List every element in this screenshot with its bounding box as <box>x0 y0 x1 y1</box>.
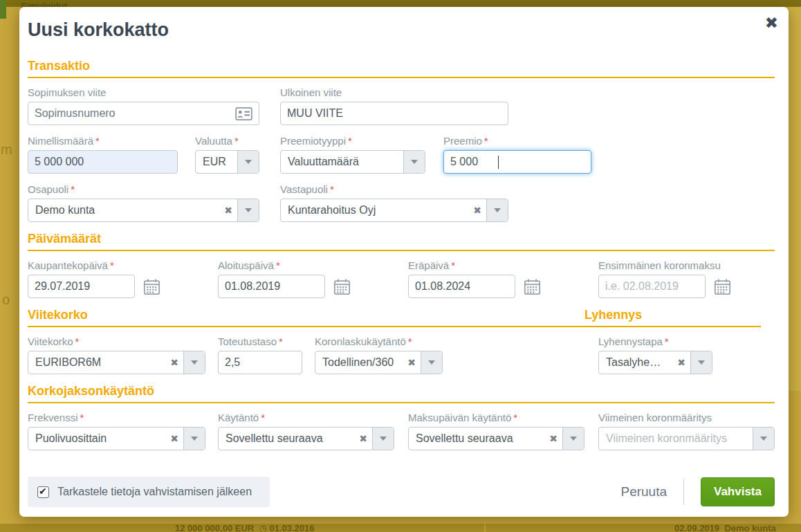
required-marker: * <box>484 135 488 147</box>
required-marker: * <box>75 336 80 347</box>
dropdown-button[interactable] <box>237 151 259 173</box>
field-label: Käytäntö <box>218 412 259 423</box>
dialog-footer: ✔ Tarkastele tietoja vahvistamisen jälke… <box>28 477 775 507</box>
background-column-divider <box>484 524 486 532</box>
osapuoli-select[interactable]: Demo kunta ✖ <box>28 199 259 222</box>
calendar-icon[interactable] <box>523 277 542 296</box>
ulkoinen-viite-input[interactable] <box>280 102 508 125</box>
clear-icon[interactable]: ✖ <box>165 351 183 374</box>
field-label: Preemio <box>443 135 482 147</box>
field-lyhennystapa: Lyhennystapa* Tasalyhe… ✖ <box>598 336 712 374</box>
field-viimeinen-koronmaaritys: Viimeinen koronmääritys Viimeinen koronm… <box>598 412 775 450</box>
maksupaivan-kaytanto-select[interactable]: Sovellettu seuraava ✖ <box>408 427 584 450</box>
preemiotyyppi-select[interactable]: Valuuttamäärä <box>280 150 425 174</box>
dropdown-button[interactable] <box>753 428 774 450</box>
checkmark-icon: ✔ <box>39 486 47 497</box>
vastapuoli-select[interactable]: Kuntarahoitus Oyj ✖ <box>280 199 508 222</box>
field-nimellismaara: Nimellismäärä* <box>28 135 178 174</box>
clear-icon[interactable]: ✖ <box>544 428 562 450</box>
koronlaskukaytanto-select[interactable]: Todellinen/360 ✖ <box>315 351 443 374</box>
dropdown-button[interactable] <box>403 151 425 173</box>
clear-icon[interactable]: ✖ <box>219 199 237 221</box>
background-text-fragment: m <box>1 142 12 158</box>
required-marker: * <box>513 412 517 423</box>
sopimuksen-viite-input[interactable] <box>28 102 259 125</box>
background-right-name: Demo kunta <box>724 523 775 532</box>
preemio-input[interactable] <box>443 150 591 174</box>
dropdown-button[interactable] <box>372 428 394 450</box>
lyhennystapa-select[interactable]: Tasalyhe… ✖ <box>598 351 712 374</box>
screen: Simuloidut m o 12 000 000,00 EUR ◷ 01.03… <box>0 0 801 532</box>
footer-divider <box>683 479 684 505</box>
field-koronlaskukaytanto: Koronlaskukäytäntö* Todellinen/360 ✖ <box>315 336 443 374</box>
field-label: Koronlaskukäytäntö <box>315 336 406 347</box>
selected-value: Sovellettu seuraava <box>219 428 354 450</box>
required-marker: * <box>451 259 455 271</box>
field-toteutustaso: Toteutustaso* <box>218 336 302 374</box>
dropdown-button[interactable] <box>421 351 442 374</box>
toteutustaso-input[interactable] <box>218 351 302 374</box>
viimeinen-koronmaaritys-select[interactable]: Viimeinen koronmääritys <box>598 427 775 450</box>
dropdown-button[interactable] <box>183 351 205 374</box>
field-aloituspaiva: Aloituspäivä* <box>218 259 408 298</box>
dropdown-button[interactable] <box>690 351 712 374</box>
kaytanto-select[interactable]: Sovellettu seuraava ✖ <box>218 427 394 450</box>
placeholder-value: Viimeinen koronmääritys <box>599 428 753 450</box>
clear-icon[interactable]: ✖ <box>165 428 183 450</box>
calendar-icon[interactable] <box>333 277 351 296</box>
frekvenssi-select[interactable]: Puolivuosittain ✖ <box>28 427 205 450</box>
clear-icon[interactable]: ✖ <box>403 351 421 374</box>
dropdown-button[interactable] <box>486 199 508 221</box>
viitekorko-select[interactable]: EURIBOR6M ✖ <box>28 351 205 374</box>
kaupantekopaiva-input[interactable] <box>28 275 135 298</box>
erapaiva-input[interactable] <box>408 275 515 298</box>
background-date: 01.03.2016 <box>269 523 314 532</box>
nimellismaara-input[interactable] <box>28 150 178 174</box>
selected-value: Kuntarahoitus Oyj <box>281 199 468 221</box>
section-header-transaktio: Transaktio <box>28 59 775 78</box>
field-label: Kaupantekopäivä <box>28 259 108 271</box>
cancel-button[interactable]: Peruuta <box>620 484 667 499</box>
clear-icon[interactable]: ✖ <box>354 428 372 450</box>
clear-icon[interactable]: ✖ <box>672 351 690 374</box>
field-label: Sopimuksen viite <box>28 86 106 98</box>
review-after-confirm-checkbox[interactable]: ✔ Tarkastele tietoja vahvistamisen jälke… <box>28 477 270 507</box>
field-label: Maksupäivän käytäntö <box>408 412 511 423</box>
caret-down-icon <box>191 437 198 441</box>
caret-down-icon <box>191 360 198 365</box>
clear-icon[interactable]: ✖ <box>468 199 486 221</box>
background-right-date: 02.09.2019 <box>674 523 719 532</box>
required-marker: * <box>665 336 669 347</box>
aloituspaiva-input[interactable] <box>218 275 325 298</box>
background-top-bar: Simuloidut <box>0 0 801 7</box>
calendar-icon[interactable] <box>713 277 732 296</box>
calendar-icon[interactable] <box>142 277 161 296</box>
background-bottom-row: 12 000 000,00 EUR ◷ 01.03.2016 02.09.201… <box>0 524 801 532</box>
checkbox-icon[interactable]: ✔ <box>37 486 49 498</box>
required-marker: * <box>279 336 283 347</box>
valuutta-select[interactable]: EUR <box>195 150 259 174</box>
dialog-title: Uusi korkokatto <box>28 19 775 41</box>
field-preemio: Preemio* <box>443 135 591 174</box>
dropdown-button[interactable] <box>562 428 584 450</box>
required-marker: * <box>348 135 352 147</box>
caret-down-icon <box>380 437 387 441</box>
ensimmainen-koronmaksu-input[interactable] <box>598 275 706 298</box>
caret-down-icon <box>411 160 418 164</box>
close-icon[interactable]: ✖ <box>765 15 778 31</box>
field-vastapuoli: Vastapuoli* Kuntarahoitus Oyj ✖ <box>280 183 508 222</box>
field-label: Viitekorko <box>28 336 73 347</box>
field-label: Ulkoinen viite <box>280 86 342 98</box>
section-header-lyhennys: Lyhennys <box>584 308 761 327</box>
dropdown-button[interactable] <box>183 428 205 450</box>
confirm-button[interactable]: Vahvista <box>701 477 775 506</box>
dropdown-button[interactable] <box>237 199 259 221</box>
caret-down-icon <box>245 160 252 164</box>
field-label: Eräpäivä <box>408 259 449 271</box>
selected-value: EURIBOR6M <box>28 351 165 374</box>
required-marker: * <box>95 135 100 147</box>
field-maksupaivan-kaytanto: Maksupäivän käytäntö* Sovellettu seuraav… <box>408 412 584 450</box>
field-label: Osapuoli <box>28 183 68 195</box>
field-kaytanto: Käytäntö* Sovellettu seuraava ✖ <box>218 412 394 450</box>
field-label: Aloituspäivä <box>218 259 274 271</box>
